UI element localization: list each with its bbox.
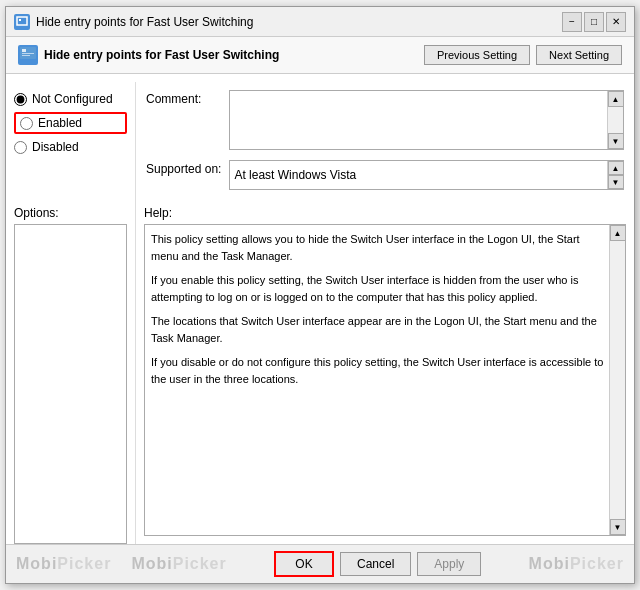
next-setting-button[interactable]: Next Setting [536,45,622,65]
radio-group: Not Configured Enabled Disabled [14,92,127,154]
enabled-label: Enabled [38,116,82,130]
scroll-down-arrow[interactable]: ▼ [608,133,624,149]
bottom-buttons: OK Cancel Apply [274,551,481,577]
main-window: Hide entry points for Fast User Switchin… [5,6,635,584]
options-section-label: Options: [14,202,127,224]
svg-rect-5 [22,55,30,56]
title-bar: Hide entry points for Fast User Switchin… [6,7,634,37]
disabled-option[interactable]: Disabled [14,140,127,154]
watermark-3: MobiPicker [529,555,624,573]
help-scroll-up[interactable]: ▲ [610,225,626,241]
watermark-2: MobiPicker [131,555,226,573]
help-box: This policy setting allows you to hide t… [144,224,626,536]
left-options-panel: Options: [6,202,136,544]
comment-label: Comment: [146,90,221,106]
supported-label: Supported on: [146,160,221,176]
bottom-bar: MobiPicker MobiPicker OK Cancel Apply Mo… [6,544,634,583]
close-button[interactable]: ✕ [606,12,626,32]
not-configured-label: Not Configured [32,92,113,106]
maximize-button[interactable]: □ [584,12,604,32]
previous-setting-button[interactable]: Previous Setting [424,45,530,65]
svg-rect-0 [17,17,27,25]
help-para-1: This policy setting allows you to hide t… [151,231,605,264]
watermark-area: MobiPicker MobiPicker [16,555,227,573]
supported-value: At least Windows Vista [234,168,356,182]
left-panel: Not Configured Enabled Disabled [6,82,136,202]
window-icon [14,14,30,30]
bottom-section: Options: Help: This policy setting allow… [6,202,634,544]
dialog-title: Hide entry points for Fast User Switchin… [44,48,279,62]
window-title: Hide entry points for Fast User Switchin… [36,15,253,29]
options-content-box [14,224,127,544]
apply-button[interactable]: Apply [417,552,481,576]
disabled-label: Disabled [32,140,79,154]
help-section-label: Help: [144,202,626,224]
title-bar-left: Hide entry points for Fast User Switchin… [14,14,253,30]
not-configured-radio[interactable] [14,93,27,106]
content-area: Not Configured Enabled Disabled [6,74,634,544]
header-icon [18,45,38,65]
help-para-3: The locations that Switch User interface… [151,313,605,346]
help-scroll-down[interactable]: ▼ [610,519,626,535]
scroll-track [609,107,623,133]
svg-rect-1 [19,19,21,21]
minimize-button[interactable]: − [562,12,582,32]
watermark-1: MobiPicker [16,555,111,573]
scroll-up-arrow[interactable]: ▲ [608,91,624,107]
enabled-option[interactable]: Enabled [14,112,127,134]
svg-rect-4 [22,53,34,54]
nav-buttons: Previous Setting Next Setting [424,45,622,65]
title-controls: − □ ✕ [562,12,626,32]
help-para-4: If you disable or do not configure this … [151,354,605,387]
help-scrollbar[interactable]: ▲ ▼ [609,225,625,535]
supported-box: At least Windows Vista ▲ ▼ [229,160,624,190]
disabled-radio[interactable] [14,141,27,154]
right-panel-top: Comment: ▲ ▼ Supported on: At leas [136,82,634,202]
comment-scrollbar[interactable]: ▲ ▼ [607,91,623,149]
header-area: Hide entry points for Fast User Switchin… [6,37,634,74]
svg-rect-3 [22,49,26,52]
supported-scroll-down[interactable]: ▼ [608,175,624,189]
ok-button[interactable]: OK [274,551,334,577]
comment-box[interactable]: ▲ ▼ [229,90,624,150]
enabled-radio[interactable] [20,117,33,130]
not-configured-option[interactable]: Not Configured [14,92,127,106]
supported-scroll-up[interactable]: ▲ [608,161,624,175]
help-text: This policy setting allows you to hide t… [151,231,605,387]
comment-row: Comment: ▲ ▼ [146,90,624,150]
supported-scrollbar[interactable]: ▲ ▼ [607,161,623,189]
supported-row: Supported on: At least Windows Vista ▲ ▼ [146,160,624,190]
cancel-button[interactable]: Cancel [340,552,411,576]
header-left: Hide entry points for Fast User Switchin… [18,45,279,65]
help-para-2: If you enable this policy setting, the S… [151,272,605,305]
help-scroll-track [611,241,625,519]
right-help-panel: Help: This policy setting allows you to … [136,202,634,544]
